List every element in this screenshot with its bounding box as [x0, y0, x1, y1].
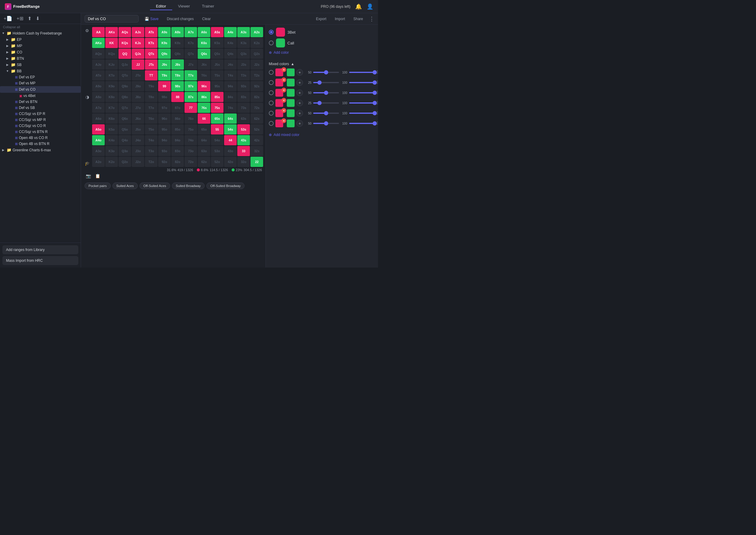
sidebar-item-def-vs-btn[interactable]: ⊞Def vs BTN: [0, 99, 81, 105]
hand-cell-t5o[interactable]: T5o: [145, 124, 157, 134]
hand-cell-k5s[interactable]: K5s: [211, 38, 224, 48]
slider-thumb-left-0[interactable]: [324, 70, 328, 74]
hand-cell-a9s[interactable]: A9s: [158, 27, 171, 37]
hand-cell-a9o[interactable]: A9o: [92, 81, 105, 91]
hand-cell-qjo[interactable]: QJo: [119, 59, 131, 70]
camera-icon[interactable]: 📷: [85, 173, 92, 179]
hand-cell-73s[interactable]: 73s: [237, 103, 250, 113]
sidebar-item-btn[interactable]: ▶📁BTN: [0, 55, 81, 62]
hand-cell-74s[interactable]: 74s: [224, 103, 237, 113]
hand-cell-94o[interactable]: 94o: [158, 135, 171, 145]
tab-viewer[interactable]: Viewer: [172, 3, 196, 10]
add-color[interactable]: ⊕Add color: [269, 49, 378, 56]
hand-cell-42s[interactable]: 42s: [251, 135, 263, 145]
hand-cell-65s[interactable]: 65s: [211, 113, 224, 124]
hand-cell-96s[interactable]: 96s: [198, 81, 210, 91]
hand-cell-kjo[interactable]: KJo: [105, 59, 118, 70]
add-mixed-color[interactable]: ⊕ Add mixed color: [269, 131, 378, 139]
hand-cell-k8s[interactable]: K8s: [171, 38, 184, 48]
sidebar-item-def-vs-sb[interactable]: ⊞Def vs SB: [0, 105, 81, 111]
hand-cell-k9o[interactable]: K9o: [105, 81, 118, 91]
add-grid-button[interactable]: +⊞: [15, 15, 24, 22]
hand-cell-t9o[interactable]: T9o: [145, 81, 157, 91]
hand-cell-k7s[interactable]: K7s: [184, 38, 197, 48]
hand-cell-a2o[interactable]: A2o: [92, 157, 105, 167]
hand-cell-53o[interactable]: 53o: [211, 146, 224, 156]
hand-cell-j7s[interactable]: J7s: [184, 59, 197, 70]
hand-cell-ajs[interactable]: AJs: [132, 27, 144, 37]
mixed-swatch-b-0[interactable]: [287, 69, 295, 76]
hand-cell-63o[interactable]: 63o: [198, 146, 210, 156]
sidebar-item-sb[interactable]: ▶📁SB: [0, 62, 81, 68]
hand-cell-q3o[interactable]: Q3o: [119, 146, 131, 156]
hand-cell-j3s[interactable]: J3s: [237, 59, 250, 70]
preset-suited-broadway[interactable]: Suited Broadway: [172, 183, 204, 189]
hand-cell-99[interactable]: 99: [158, 81, 171, 91]
preset-pocket-pairs[interactable]: Pocket pairs: [85, 183, 111, 189]
slider-thumb-left-4[interactable]: [324, 111, 328, 115]
export-button[interactable]: Export: [313, 15, 329, 22]
slider-track-right-4[interactable]: [349, 113, 375, 114]
add-to-mixed-btn-1[interactable]: +: [296, 79, 303, 86]
hand-cell-j6s[interactable]: J6s: [198, 59, 210, 70]
mixed-colors-header[interactable]: Mixed colors ▲: [269, 62, 378, 66]
hand-cell-86o[interactable]: 86o: [171, 113, 184, 124]
hand-cell-a7s[interactable]: A7s: [184, 27, 197, 37]
hand-cell-t6s[interactable]: T6s: [198, 70, 210, 80]
hand-cell-aqo[interactable]: AQo: [92, 49, 105, 59]
hand-cell-j2s[interactable]: J2s: [251, 59, 263, 70]
slider-thumb-left-5[interactable]: [324, 121, 328, 126]
hand-cell-63s[interactable]: 63s: [237, 113, 250, 124]
clear-button[interactable]: Clear: [200, 15, 213, 22]
hand-cell-83s[interactable]: 83s: [237, 92, 250, 102]
hand-cell-66[interactable]: 66: [198, 113, 210, 124]
preset-off-suited-aces[interactable]: Off-Suited Aces: [140, 183, 170, 189]
hand-cell-kto[interactable]: KTo: [105, 70, 118, 80]
slider-thumb-left-3[interactable]: [317, 101, 322, 105]
hand-cell-85o[interactable]: 85o: [171, 124, 184, 134]
hand-cell-53s[interactable]: 53s: [237, 124, 250, 134]
hand-cell-j4s[interactable]: J4s: [224, 59, 237, 70]
remove-color-btn-0[interactable]: ✕: [282, 67, 286, 72]
hand-cell-62o[interactable]: 62o: [198, 157, 210, 167]
hand-cell-82o[interactable]: 82o: [171, 157, 184, 167]
hand-cell-t6o[interactable]: T6o: [145, 113, 157, 124]
hand-cell-a6s[interactable]: A6s: [198, 27, 210, 37]
hand-cell-ats[interactable]: ATs: [145, 27, 157, 37]
hand-cell-q8s[interactable]: Q8s: [171, 49, 184, 59]
slider-thumb-right-3[interactable]: [373, 101, 377, 105]
hand-cell-j5o[interactable]: J5o: [132, 124, 144, 134]
hand-cell-jts[interactable]: JTs: [145, 59, 157, 70]
slider-thumb-right-4[interactable]: [373, 111, 377, 115]
slider-track-right-3[interactable]: [349, 102, 375, 103]
hand-cell-75s[interactable]: 75s: [211, 103, 224, 113]
hand-cell-k4s[interactable]: K4s: [224, 38, 237, 48]
slider-track-right-0[interactable]: [349, 72, 375, 73]
slider-track-left-2[interactable]: [313, 92, 339, 93]
sidebar-item-ep[interactable]: ▶📁EP: [0, 36, 81, 42]
add-to-mixed-btn-2[interactable]: +: [296, 90, 303, 96]
mixed-swatch-b-4[interactable]: [287, 109, 295, 117]
hand-cell-t2s[interactable]: T2s: [251, 70, 263, 80]
hand-cell-k3o[interactable]: K3o: [105, 146, 118, 156]
sidebar-item-holdem-cash-by-freebetrange[interactable]: ▼📁Holdem Cash by Freebetrange: [0, 30, 81, 36]
hand-cell-t4s[interactable]: T4s: [224, 70, 237, 80]
hand-cell-j4o[interactable]: J4o: [132, 135, 144, 145]
hand-cell-62s[interactable]: 62s: [251, 113, 263, 124]
hand-cell-98o[interactable]: 98o: [158, 92, 171, 102]
hand-cell-a4s[interactable]: A4s: [224, 27, 237, 37]
hand-cell-ato[interactable]: ATo: [92, 70, 105, 80]
hand-cell-a5o[interactable]: A5o: [92, 124, 105, 134]
hat-icon[interactable]: 🎓: [84, 160, 90, 166]
slider-track-right-5[interactable]: [349, 123, 375, 124]
hand-cell-t7o[interactable]: T7o: [145, 103, 157, 113]
sidebar-item-cc/sqz-vs-ep-r[interactable]: ⊞CC/Sqz vs EP R: [0, 111, 81, 117]
import-button[interactable]: Import: [333, 15, 347, 22]
settings-icon[interactable]: ⚙: [84, 28, 90, 34]
sidebar-item-def-vs-ep[interactable]: ⊞Def vs EP: [0, 74, 81, 80]
hand-cell-t3o[interactable]: T3o: [145, 146, 157, 156]
slider-thumb-right-5[interactable]: [373, 121, 377, 126]
hand-cell-a8o[interactable]: A8o: [92, 92, 105, 102]
hand-cell-kjs[interactable]: KJs: [132, 38, 144, 48]
hand-cell-qjs[interactable]: QJs: [132, 49, 144, 59]
